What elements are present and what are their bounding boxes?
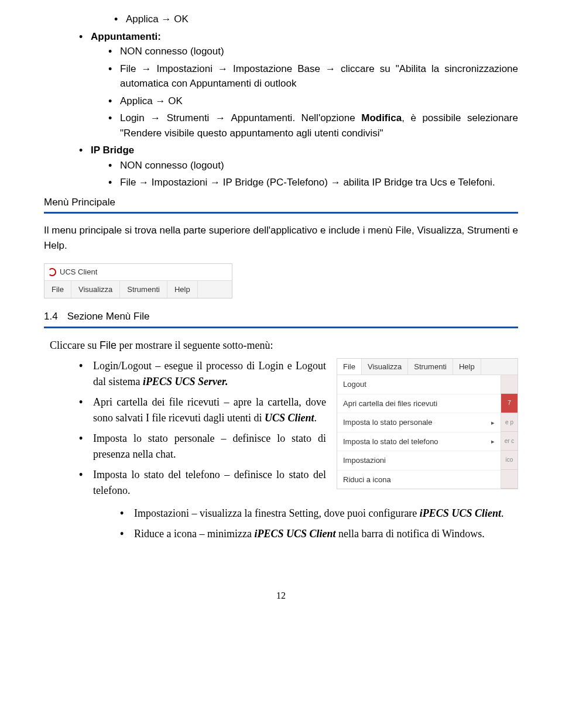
ucs-window-title: UCS Client	[44, 264, 232, 281]
heading-underline	[44, 212, 518, 214]
menu-strumenti[interactable]: Strumenti	[408, 359, 453, 375]
list-item: Imposta lo stato del telefono – definisc…	[79, 467, 326, 499]
heading-menu-principale: Menù Principale	[44, 195, 518, 210]
list-item: File → Impostazioni → IP Bridge (PC-Tele…	[108, 175, 518, 190]
dropdown-item-riduci[interactable]: Riduci a icona	[337, 471, 501, 489]
list-item: Riduce a icona – minimizza iPECS UCS Cli…	[120, 526, 518, 542]
paragraph: Cliccare su File per mostrare il seguent…	[50, 338, 518, 353]
list-item: File → Impostazioni → Impostazione Base …	[108, 61, 518, 91]
list-item: Apri cartella dei file ricevuti – apre l…	[79, 394, 326, 426]
list-item: IP Bridge NON connesso (logout) File → I…	[79, 143, 518, 190]
menu-help[interactable]: Help	[167, 281, 198, 298]
dropdown-menubar: File Visualizza Strumenti Help	[337, 359, 518, 376]
menu-file[interactable]: File	[337, 359, 362, 375]
menu-file[interactable]: File	[44, 281, 71, 298]
dropdown-item-logout[interactable]: Logout	[337, 375, 501, 394]
list-item: Applica → OK	[108, 94, 518, 109]
dropdown-item-stato-telefono[interactable]: Imposta lo stato del telefono▸	[337, 432, 501, 452]
list-item: Applica → OK	[114, 12, 518, 27]
bullet-level2: Appuntamenti: NON connesso (logout) File…	[44, 29, 518, 190]
dropdown-item-stato-personale[interactable]: Imposta lo stato personale▸	[337, 413, 501, 432]
file-dropdown-image: File Visualizza Strumenti Help Logout Ap…	[337, 358, 518, 490]
heading-1-4: 1.4 Sezione Menù File	[44, 309, 518, 324]
list-item: Login/Logout – esegue il processo di Log…	[79, 358, 326, 390]
submenu-arrow-icon: ▸	[491, 418, 495, 428]
ucs-menubar: File Visualizza Strumenti Help	[44, 281, 232, 298]
menu-visualizza[interactable]: Visualizza	[71, 281, 120, 298]
menu-help[interactable]: Help	[453, 359, 481, 375]
dropdown-item-impostazioni[interactable]: Impostazioni	[337, 451, 501, 471]
list-item: NON connesso (logout)	[108, 44, 518, 59]
list-item: Appuntamenti: NON connesso (logout) File…	[79, 29, 518, 141]
bullet-level3: Applica → OK	[44, 12, 518, 27]
dropdown-side-strip: 7 e p er c ico	[501, 375, 518, 489]
menu-strumenti[interactable]: Strumenti	[120, 281, 167, 298]
heading-underline	[44, 327, 518, 328]
dropdown-item-apri-cartella[interactable]: Apri cartella dei files ricevuti	[337, 394, 501, 414]
ucs-client-menubar-image: UCS Client File Visualizza Strumenti Hel…	[44, 263, 232, 298]
page-number: 12	[44, 589, 518, 603]
list-item: NON connesso (logout)	[108, 158, 518, 173]
paragraph: Il menu principale si trova nella parte …	[44, 223, 518, 253]
document-page: Applica → OK Appuntamenti: NON connesso …	[0, 0, 562, 626]
menu-visualizza[interactable]: Visualizza	[362, 359, 408, 375]
list-item: Imposta lo stato personale – definisce l…	[79, 431, 326, 462]
submenu-arrow-icon: ▸	[491, 437, 495, 447]
dropdown-list: Logout Apri cartella dei files ricevuti …	[337, 375, 501, 489]
ucs-logo-icon	[48, 268, 56, 276]
list-item: Login → Strumenti → Appuntamenti. Nell'o…	[108, 111, 518, 140]
list-item: Impostazioni – visualizza la finestra Se…	[120, 506, 518, 521]
